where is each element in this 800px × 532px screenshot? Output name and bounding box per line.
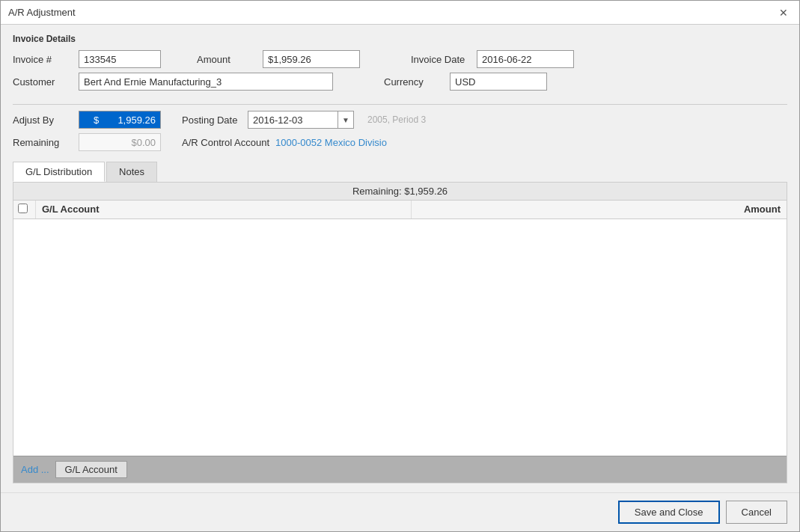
invoice-date-input[interactable] [477,50,574,68]
gl-col-headers: G/L Account Amount [13,201,787,219]
ar-control-label: A/R Control Account [182,137,269,148]
tab-notes[interactable]: Notes [106,162,157,182]
cancel-button[interactable]: Cancel [726,501,787,524]
amount-input[interactable] [263,50,360,68]
invoice-row-1: Invoice # Amount Invoice Date [13,50,787,68]
posting-date-label: Posting Date [182,114,242,126]
adjustment-section: Adjust By Posting Date ▼ 2005, Period 3 … [13,111,787,156]
amount-label: Amount [197,54,257,65]
gl-select-all-checkbox[interactable] [18,204,28,213]
invoice-details-section: Invoice Details Invoice # Amount Invoice… [13,34,787,95]
invoice-number-input[interactable] [79,50,161,68]
gl-body [13,219,787,456]
invoice-details-label: Invoice Details [13,34,787,44]
ar-adjustment-dialog: A/R Adjustment ✕ Invoice Details Invoice… [0,0,800,532]
customer-label: Customer [13,76,73,88]
dialog-footer: Save and Close Cancel [1,492,799,531]
tab-gl-distribution[interactable]: G/L Distribution [13,162,105,182]
save-and-close-button[interactable]: Save and Close [618,501,720,524]
ar-control-link[interactable]: 1000-0052 Mexico Divisio [275,137,387,148]
tab-content: Remaining: $1,959.26 G/L Account Amount … [13,182,787,483]
remaining-input [79,133,161,151]
title-bar: A/R Adjustment ✕ [1,1,799,25]
gl-account-button[interactable]: G/L Account [55,461,127,478]
adjust-row-2: Remaining A/R Control Account 1000-0052 … [13,133,787,151]
invoice-date-label: Invoice Date [411,54,471,65]
adjust-by-label: Adjust By [13,114,73,126]
currency-label: Currency [384,76,444,88]
currency-input[interactable] [450,73,547,91]
add-link[interactable]: Add ... [21,464,49,475]
customer-input[interactable] [79,73,333,91]
period-label: 2005, Period 3 [367,114,426,125]
gl-col-check [13,201,36,218]
posting-date-dropdown[interactable]: ▼ [338,111,354,129]
tabs-section: G/L Distribution Notes Remaining: $1,959… [13,162,787,483]
gl-footer: Add ... G/L Account [13,456,787,483]
posting-date-input[interactable] [248,111,338,129]
dialog-title: A/R Adjustment [8,7,76,18]
tabs-row: G/L Distribution Notes [13,162,787,182]
invoice-number-label: Invoice # [13,54,73,65]
section-divider [13,104,787,105]
gl-col-amount-header: Amount [412,201,787,218]
gl-table: G/L Account Amount [13,201,787,456]
adjust-by-input[interactable] [79,111,161,129]
adjust-row-1: Adjust By Posting Date ▼ 2005, Period 3 [13,111,787,129]
remaining-label: Remaining [13,137,73,148]
gl-col-account-header: G/L Account [36,201,412,218]
dialog-body: Invoice Details Invoice # Amount Invoice… [1,25,799,492]
gl-remaining-header: Remaining: $1,959.26 [13,183,787,201]
posting-date-wrap: ▼ [248,111,354,129]
invoice-row-2: Customer Currency [13,73,787,91]
close-button[interactable]: ✕ [775,4,792,21]
